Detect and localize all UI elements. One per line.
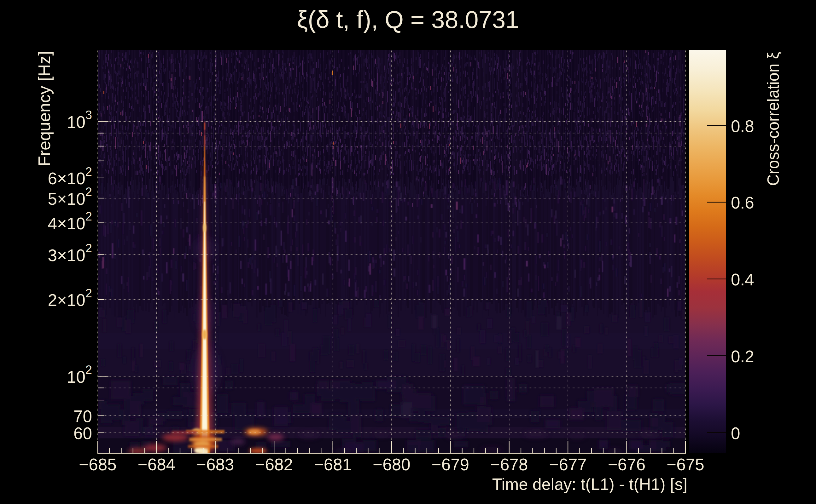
svg-text:−681: −681	[314, 455, 352, 474]
svg-text:60: 60	[73, 424, 92, 443]
svg-text:−685: −685	[79, 455, 116, 474]
svg-text:−675: −675	[667, 455, 704, 474]
svg-text:−676: −676	[608, 455, 646, 474]
svg-text:−677: −677	[549, 455, 587, 474]
svg-text:−684: −684	[138, 455, 175, 474]
svg-text:Cross-correlation ξ: Cross-correlation ξ	[764, 52, 782, 186]
svg-text:70: 70	[73, 407, 92, 426]
svg-text:−678: −678	[490, 455, 528, 474]
svg-text:Time delay: t(L1) - t(H1) [s]: Time delay: t(L1) - t(H1) [s]	[492, 475, 687, 493]
svg-text:−679: −679	[432, 455, 469, 474]
svg-text:ξ(δ t, f), Q = 38.0731: ξ(δ t, f), Q = 38.0731	[297, 6, 519, 33]
svg-text:0.4: 0.4	[731, 270, 754, 289]
svg-text:Frequency [Hz]: Frequency [Hz]	[35, 51, 54, 166]
svg-text:−683: −683	[196, 455, 234, 474]
svg-text:−682: −682	[256, 455, 293, 474]
svg-text:0.6: 0.6	[731, 193, 754, 212]
svg-text:0.2: 0.2	[731, 347, 754, 366]
svg-text:0.8: 0.8	[731, 117, 754, 135]
svg-text:0: 0	[731, 424, 740, 443]
svg-text:−680: −680	[373, 455, 410, 474]
